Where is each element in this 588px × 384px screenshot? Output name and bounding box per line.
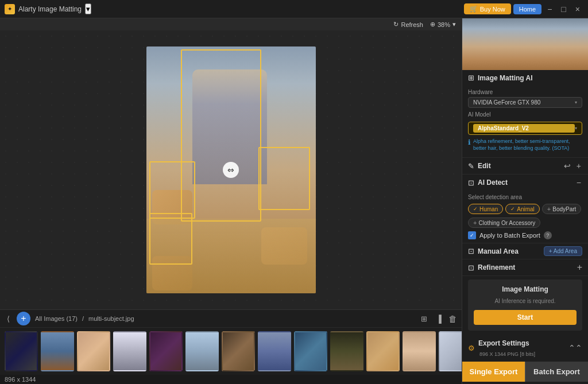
maximize-button[interactable]: □ bbox=[558, 5, 569, 13]
export-settings-row: ⚙ Export Settings 896 X 1344 PNG [8 bits… bbox=[462, 334, 588, 362]
filmstrip-prev-btn[interactable]: ⟨ bbox=[5, 313, 12, 324]
refinement-row: ⊡ Refinement + bbox=[462, 259, 588, 276]
ai-model-info: ℹ Alpha refinement, better semi-transpar… bbox=[468, 138, 582, 152]
info-icon: ℹ bbox=[468, 138, 471, 152]
apply-batch-label: Apply to Batch Export bbox=[479, 232, 540, 239]
film-thumb-4[interactable] bbox=[113, 331, 146, 371]
chip-bodypart-label: BodyPart bbox=[552, 206, 576, 212]
title-bar-right: 🛒 Buy Now Home − □ × bbox=[464, 3, 583, 14]
chip-human[interactable]: ✓ Human bbox=[468, 204, 503, 214]
matting-ai-content: Hardware NVIDIA GeForce GTX 980 ▾ AI Mod… bbox=[462, 86, 588, 157]
filmstrip-grid-btn[interactable]: ⊞ bbox=[419, 313, 430, 324]
plus-icon: + bbox=[547, 205, 551, 212]
ai-model-label: AI Model bbox=[468, 111, 490, 118]
hardware-value: NVIDIA GeForce GTX 980 bbox=[473, 99, 540, 106]
single-export-button[interactable]: Single Export bbox=[462, 362, 525, 382]
edit-header[interactable]: ✎ Edit ↩ + bbox=[462, 158, 588, 174]
minimize-button[interactable]: − bbox=[544, 5, 555, 13]
export-settings-icon: ⚙ bbox=[468, 344, 475, 352]
add-area-button[interactable]: + Add Area bbox=[544, 246, 582, 256]
canvas-container: ⇔ bbox=[0, 30, 462, 309]
app-title: Alarty Image Matting bbox=[18, 5, 82, 13]
detection-chips: ✓ Human ✓ Animal + BodyPart bbox=[468, 204, 582, 214]
refresh-button[interactable]: ↻ Refresh bbox=[393, 21, 423, 28]
matting-box-title: Image Matting bbox=[474, 285, 577, 293]
ai-detect-title: AI Detect bbox=[478, 179, 572, 187]
refinement-add-btn[interactable]: + bbox=[577, 262, 582, 273]
main-image-wrapper[interactable]: ⇔ bbox=[146, 46, 316, 293]
batch-export-button[interactable]: Batch Export bbox=[525, 362, 588, 382]
chip-animal[interactable]: ✓ Animal bbox=[505, 204, 540, 214]
all-images-label: All Images (17) bbox=[35, 315, 78, 322]
title-bar: ✦ Alarty Image Matting ▾ 🛒 Buy Now Home … bbox=[0, 0, 588, 18]
refinement-title: Refinement bbox=[478, 263, 574, 271]
home-button[interactable]: Home bbox=[513, 4, 541, 14]
edit-section: ✎ Edit ↩ + bbox=[462, 158, 588, 174]
chip-clothing-label: Clothing Or Accessory bbox=[478, 220, 535, 226]
title-dropdown-btn[interactable]: ▾ bbox=[85, 3, 91, 14]
ai-detect-actions: − bbox=[575, 178, 582, 187]
add-image-button[interactable]: + bbox=[17, 312, 30, 325]
buy-now-button[interactable]: 🛒 Buy Now bbox=[464, 3, 511, 14]
main-canvas-image: ⇔ bbox=[146, 46, 316, 293]
chip-bodypart[interactable]: + BodyPart bbox=[542, 204, 582, 214]
chip-human-label: Human bbox=[479, 206, 498, 212]
film-thumb-12[interactable] bbox=[403, 331, 436, 371]
title-bar-left: ✦ Alarty Image Matting ▾ bbox=[5, 3, 91, 14]
zoom-control[interactable]: ⊕ 38% ▾ bbox=[430, 21, 456, 28]
film-thumb-2[interactable] bbox=[41, 331, 74, 371]
cart-icon: 🛒 bbox=[470, 5, 478, 13]
matting-ai-icon: ⊞ bbox=[468, 73, 474, 82]
preview-thumbnail bbox=[462, 18, 588, 70]
right-panel: ⊞ Image Matting AI Hardware NVIDIA GeFor… bbox=[462, 18, 588, 384]
hardware-select[interactable]: NVIDIA GeForce GTX 980 ▾ bbox=[468, 97, 582, 108]
image-matting-ai-section: ⊞ Image Matting AI Hardware NVIDIA GeFor… bbox=[462, 70, 588, 158]
film-thumb-7[interactable] bbox=[222, 331, 255, 371]
divider-handle[interactable]: ⇔ bbox=[223, 162, 239, 178]
edit-icon: ✎ bbox=[468, 162, 474, 170]
help-icon[interactable]: ? bbox=[544, 231, 552, 239]
manual-area-section: ⊡ Manual Area + Add Area bbox=[462, 243, 588, 259]
undo-button[interactable]: ↩ bbox=[563, 161, 572, 170]
ai-model-row: AI Model bbox=[468, 111, 582, 119]
delete-button[interactable]: 🗑 bbox=[448, 314, 457, 324]
ai-detect-section: ⊡ AI Detect − Select detection area ✓ Hu… bbox=[462, 174, 588, 243]
film-thumb-6[interactable] bbox=[185, 331, 219, 371]
select-area-label: Select detection area bbox=[468, 194, 582, 200]
film-thumb-13[interactable] bbox=[439, 331, 462, 371]
film-thumb-11[interactable] bbox=[366, 331, 400, 371]
close-button[interactable]: × bbox=[572, 5, 583, 13]
film-thumb-5[interactable] bbox=[149, 331, 183, 371]
film-thumb-10[interactable] bbox=[330, 331, 363, 371]
hardware-dropdown-icon: ▾ bbox=[575, 100, 577, 105]
ai-detect-collapse-btn[interactable]: − bbox=[575, 178, 582, 187]
zoom-dropdown-icon: ▾ bbox=[452, 21, 456, 28]
refresh-icon: ↻ bbox=[393, 21, 399, 28]
add-edit-button[interactable]: + bbox=[575, 161, 582, 170]
check-icon-2: ✓ bbox=[510, 206, 515, 212]
film-thumb-9[interactable] bbox=[294, 331, 327, 371]
export-settings-expand-btn[interactable]: ⌃⌃ bbox=[568, 343, 582, 352]
ai-detect-content: Select detection area ✓ Human ✓ Animal +… bbox=[462, 191, 588, 243]
chip-clothing[interactable]: + Clothing Or Accessory bbox=[468, 218, 540, 228]
apply-batch-checkbox[interactable]: ✓ bbox=[468, 231, 476, 239]
apply-batch-row: ✓ Apply to Batch Export ? bbox=[468, 231, 582, 239]
check-icon: ✓ bbox=[473, 206, 478, 212]
plus-icon-2: + bbox=[473, 219, 477, 226]
film-thumb-1[interactable] bbox=[5, 331, 38, 371]
edit-actions: ↩ + bbox=[563, 161, 582, 170]
ai-model-dropdown-icon: ▾ bbox=[575, 126, 577, 131]
export-settings-sub: 896 X 1344 PNG [8 bits] bbox=[479, 351, 535, 357]
chip-animal-label: Animal bbox=[517, 206, 535, 212]
ai-detect-header[interactable]: ⊡ AI Detect − bbox=[462, 174, 588, 191]
film-thumb-8[interactable] bbox=[258, 331, 291, 371]
filmstrip-toolbar: ⟨ + All Images (17) / multi-subject.jpg … bbox=[0, 310, 462, 328]
refinement-icon: ⊡ bbox=[468, 263, 474, 272]
ai-model-select[interactable]: AlphaStandard_V2 ▾ bbox=[468, 122, 582, 135]
image-matting-ai-header: ⊞ Image Matting AI bbox=[462, 70, 588, 86]
filmstrip-slider-btn[interactable]: ▐ bbox=[434, 313, 444, 324]
canvas-area: ↻ Refresh ⊕ 38% ▾ bbox=[0, 18, 462, 384]
manual-area-title: Manual Area bbox=[478, 247, 540, 255]
film-thumb-3[interactable] bbox=[77, 331, 110, 371]
start-button[interactable]: Start bbox=[474, 310, 577, 325]
